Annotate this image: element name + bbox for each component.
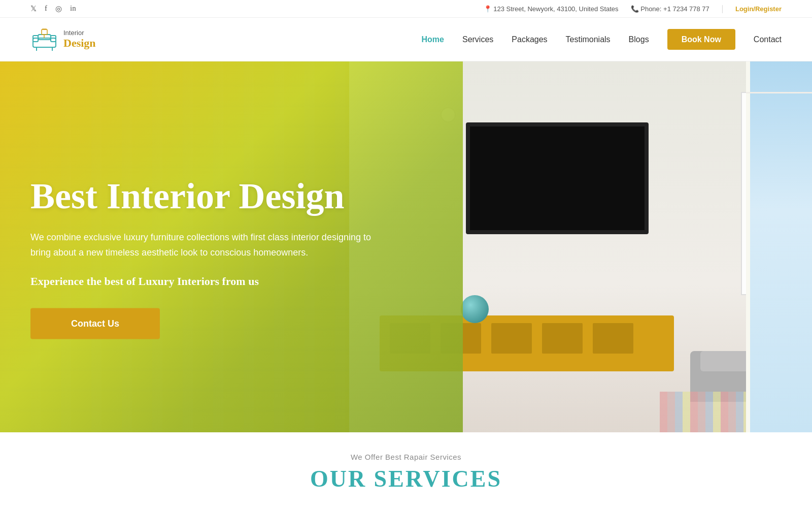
logo-text: Interior Design (63, 29, 96, 50)
nav-links: Home Services Packages Testimonials Blog… (422, 35, 782, 44)
hero-tv (466, 122, 649, 234)
instagram-icon[interactable]: ◎ (55, 4, 62, 13)
services-teaser-section: We Offer Best Rapair Services OUR SERVIC… (0, 432, 812, 502)
nav-packages[interactable]: Packages (512, 35, 547, 44)
phone-text: Phone: +1 7234 778 77 (631, 5, 709, 13)
twitter-icon[interactable]: 𝕏 (30, 4, 37, 13)
logo-text-top: Interior (63, 29, 96, 37)
svg-rect-6 (42, 29, 47, 35)
divider: | (722, 4, 723, 13)
services-teaser-subtitle: We Offer Best Rapair Services (10, 453, 802, 461)
nav-testimonials[interactable]: Testimonials (566, 35, 611, 44)
navbar: Interior Design Home Services Packages T… (0, 18, 812, 61)
hero-tagline: Experience the best of Luxury Interiors … (30, 274, 386, 288)
login-register-link[interactable]: Login/Register (735, 5, 782, 13)
top-bar: 𝕏 f ◎ in 123 Street, Newyork, 43100, Uni… (0, 0, 812, 18)
nav-blogs[interactable]: Blogs (629, 35, 649, 44)
logo-text-bottom: Design (63, 37, 96, 50)
hero-section: Best Interior Design We combine exclusiv… (0, 61, 812, 432)
services-teaser-title: OUR SERVICES (10, 465, 802, 492)
contact-us-button[interactable]: Contact Us (30, 308, 160, 339)
hero-tv-screen (470, 126, 645, 230)
nav-services[interactable]: Services (462, 35, 493, 44)
facebook-icon[interactable]: f (45, 4, 47, 13)
nav-contact[interactable]: Contact (754, 35, 782, 44)
address-text: 123 Street, Newyork, 43100, United State… (484, 5, 619, 13)
linkedin-icon[interactable]: in (70, 4, 76, 13)
nav-home[interactable]: Home (422, 35, 444, 44)
logo[interactable]: Interior Design (30, 25, 96, 53)
logo-icon (30, 25, 58, 53)
hero-content: Best Interior Design We combine exclusiv… (30, 175, 386, 339)
nav-book-now[interactable]: Book Now (667, 29, 735, 50)
social-icons: 𝕏 f ◎ in (30, 4, 76, 13)
svg-rect-8 (42, 28, 47, 30)
top-bar-info: 123 Street, Newyork, 43100, United State… (484, 4, 782, 13)
hero-subtitle: We combine exclusive luxury furniture co… (30, 229, 386, 260)
hero-title: Best Interior Design (30, 175, 386, 217)
